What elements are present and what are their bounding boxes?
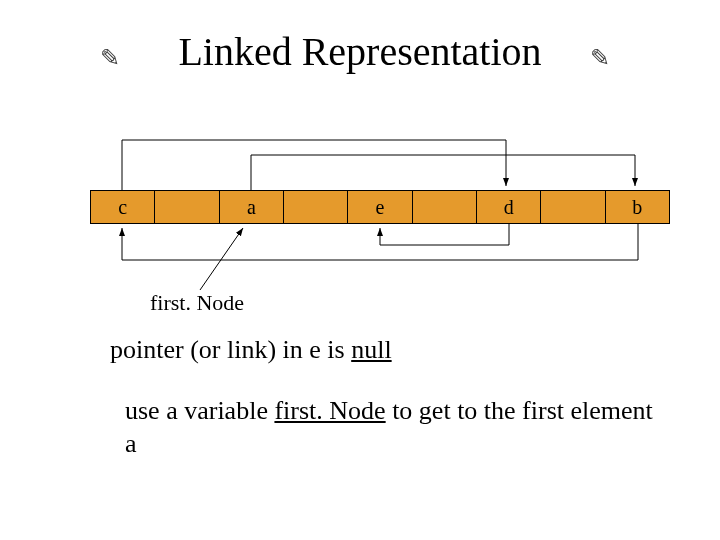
firstnode-label: first. Node [150, 290, 244, 316]
caption-line-1: pointer (or link) in e is null [110, 335, 392, 365]
caption-line-2: use a variable first. Node to get to the… [125, 395, 655, 460]
